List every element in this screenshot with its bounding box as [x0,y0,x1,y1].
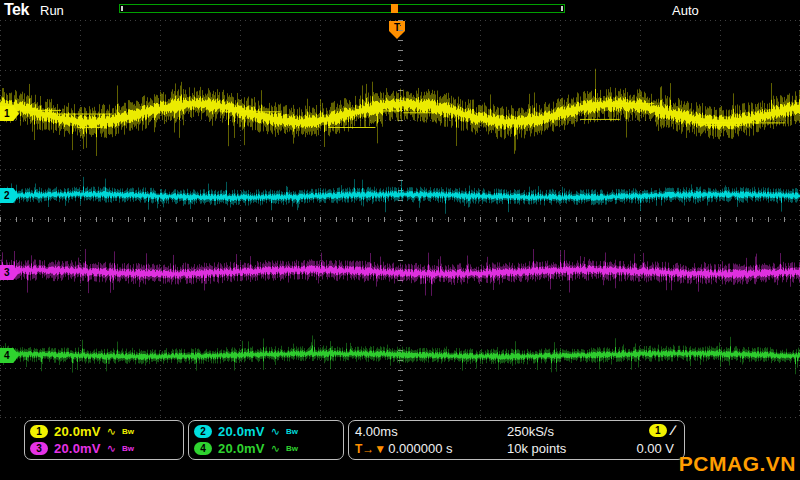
waveform-display [0,20,800,418]
channel-3-scale: 20.0mV [54,441,101,456]
trigger-position-value: 0.000000 s [388,441,452,456]
trigger-source-row: 1 ∕ [649,424,674,437]
acq-bar-trigger-tick [391,4,398,13]
channel-2-bandwidth-icon: Bw [286,428,298,436]
channel-4-bandwidth-icon: Bw [286,445,298,453]
channel-2-4-readout-box: 2 20.0mV ∿ Bw 4 20.0mV ∿ Bw [188,420,344,460]
trigger-source-badge: 1 [649,424,667,437]
record-length: 10k points [507,441,611,456]
channel-1-3-readout-box: 1 20.0mV ∿ Bw 3 20.0mV ∿ Bw [24,420,184,460]
oscilloscope-screen: Tek Run Auto T 1 2 3 4 1 20.0mV ∿ Bw 3 2… [0,0,800,480]
watermark: PCMAG.VN [679,452,796,476]
channel-1-bandwidth-icon: Bw [122,428,134,436]
channel-2-coupling-icon: ∿ [271,426,280,437]
trigger-column: 1 ∕ 0.00 V [611,424,678,456]
channel-4-scale: 20.0mV [218,441,265,456]
sample-rate: 250kS/s [507,424,611,439]
channel-1-coupling-icon: ∿ [107,426,116,437]
trigger-position-icon: T→▼ [355,442,386,456]
horizontal-trigger-readout-box: 4.00ms T→▼ 0.000000 s 250kS/s 10k points… [348,420,685,460]
channel-1-badge: 1 [30,425,48,438]
channel-4-badge: 4 [194,442,212,455]
trigger-position-readout: T→▼ 0.000000 s [355,441,507,456]
channel-2-badge: 2 [194,425,212,438]
trigger-mode-label: Auto [672,3,699,18]
channel-2-readout: 2 20.0mV ∿ Bw [194,424,338,439]
channel-3-readout: 3 20.0mV ∿ Bw [30,441,178,456]
trigger-slope-icon: ∕ [672,424,674,437]
trigger-level: 0.00 V [636,441,674,456]
channel-4-coupling-icon: ∿ [271,443,280,454]
acquisition-column: 250kS/s 10k points [507,424,611,456]
top-status-bar: Tek Run Auto [0,0,800,20]
acquisition-preview-bar [119,4,565,13]
acq-bar-left-tick [121,6,123,11]
channel-3-coupling-icon: ∿ [107,443,116,454]
channel-4-readout: 4 20.0mV ∿ Bw [194,441,338,456]
channel-1-readout: 1 20.0mV ∿ Bw [30,424,178,439]
channel-2-scale: 20.0mV [218,424,265,439]
channel-3-badge: 3 [30,442,48,455]
horizontal-column: 4.00ms T→▼ 0.000000 s [355,424,507,456]
acq-bar-right-tick [561,6,563,11]
channel-1-scale: 20.0mV [54,424,101,439]
tek-logo: Tek [4,1,29,19]
time-per-div: 4.00ms [355,424,507,439]
acquisition-state-label: Run [40,3,64,18]
channel-3-bandwidth-icon: Bw [122,445,134,453]
